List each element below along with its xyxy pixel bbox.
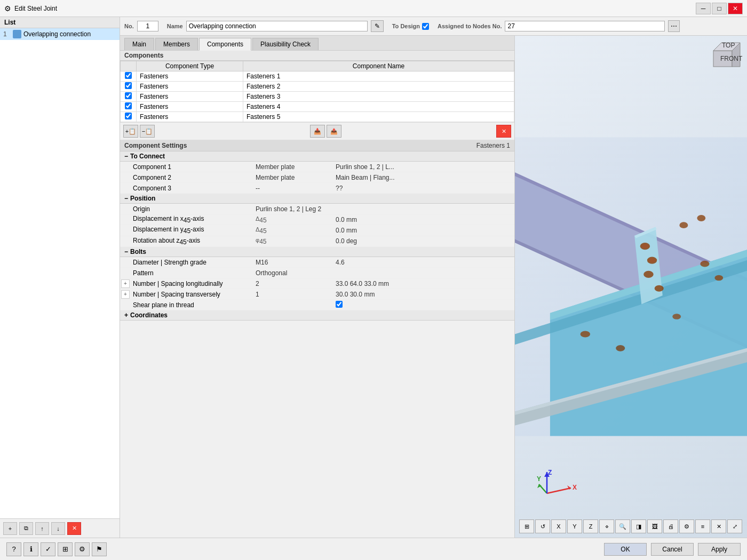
vp-zoom-button[interactable]: 🔍: [615, 519, 630, 533]
delete-component-button[interactable]: ✕: [496, 125, 511, 138]
position-group-header[interactable]: − Position: [120, 194, 514, 204]
row5-checkbox[interactable]: [125, 113, 132, 119]
info-button[interactable]: ℹ: [23, 542, 38, 556]
no-field: No. 1: [124, 21, 158, 31]
tab-members[interactable]: Members: [155, 38, 198, 50]
coordinates-group-header[interactable]: + Coordinates: [120, 310, 514, 321]
rot-z-symbol: φ45: [253, 237, 333, 245]
delete-item-button[interactable]: ✕: [67, 522, 81, 535]
list-item[interactable]: 1 Overlapping connection: [0, 28, 120, 40]
bottom-left-buttons: ? ℹ ✓ ⊞ ⚙ ⚑: [6, 542, 107, 556]
svg-text:Y: Y: [537, 475, 541, 483]
table-row: Fasteners Fasteners 2: [121, 82, 514, 92]
add-item-button[interactable]: +: [3, 522, 17, 535]
bolts-group-header[interactable]: − Bolts: [120, 247, 514, 257]
to-connect-group-header[interactable]: − To Connect: [120, 151, 514, 162]
row4-name: Fasteners 4: [243, 102, 514, 112]
vp-frame-button[interactable]: ⊞: [519, 519, 534, 533]
svg-point-12: [648, 258, 655, 262]
name-edit-button[interactable]: ✎: [371, 20, 384, 32]
bolts-label: Bolts: [130, 248, 146, 255]
table-row: Fasteners Fasteners 1: [121, 71, 514, 82]
add-component-button[interactable]: +📋: [123, 125, 138, 138]
maximize-button[interactable]: □: [712, 3, 727, 14]
shear-plane-row: Shear plane in thread: [120, 300, 514, 310]
pattern-val1: Orthogonal: [253, 269, 333, 277]
tab-plausibility[interactable]: Plausibility Check: [252, 38, 319, 50]
nav-cube[interactable]: FRONT TOP: [711, 40, 743, 72]
ok-button[interactable]: OK: [604, 543, 647, 556]
name-input[interactable]: [186, 21, 368, 31]
3d-scene: [515, 36, 747, 538]
settings2-button[interactable]: ⚙: [75, 542, 90, 556]
move-up-button[interactable]: ↑: [35, 522, 49, 535]
row4-checkbox[interactable]: [125, 102, 132, 109]
components-table: Component Type Component Name Fasteners …: [120, 61, 514, 122]
check-button[interactable]: ✓: [41, 542, 55, 556]
table-row: Fasteners Fasteners 3: [121, 92, 514, 102]
svg-text:TOP: TOP: [722, 42, 735, 49]
view-button[interactable]: ⊞: [58, 542, 73, 556]
current-component-label: Fasteners 1: [476, 142, 510, 149]
apply-button[interactable]: Apply: [698, 543, 741, 556]
vp-x-axis-button[interactable]: X: [551, 519, 566, 533]
row2-name: Fasteners 2: [243, 82, 514, 92]
spacing-long-val2: 33.0 64.0 33.0 mm: [333, 280, 514, 287]
row1-checkbox[interactable]: [125, 72, 132, 79]
import-button[interactable]: 📥: [310, 125, 325, 138]
row2-checkbox[interactable]: [125, 82, 132, 89]
svg-point-15: [679, 222, 688, 228]
vp-layers-button[interactable]: ≡: [695, 519, 710, 533]
component1-val1: Member plate: [253, 163, 333, 171]
row2-type: Fasteners: [137, 82, 243, 92]
no-input[interactable]: 1: [137, 21, 158, 31]
spacing-trans-val1: 1: [253, 291, 333, 298]
svg-point-16: [697, 215, 705, 221]
tab-components[interactable]: Components: [199, 38, 251, 51]
disp-x-symbol: Δ45: [253, 215, 333, 224]
list-item-num: 1: [3, 30, 11, 38]
svg-text:Z: Z: [548, 469, 552, 476]
close-button[interactable]: ✕: [728, 3, 743, 14]
form-row: No. 1 Name ✎ To Design Assigned to Nodes…: [120, 17, 747, 36]
row4-checkbox-cell: [121, 102, 137, 112]
vp-display-button[interactable]: ◨: [631, 519, 646, 533]
vp-z-axis-button[interactable]: Z: [583, 519, 598, 533]
component1-row: Component 1 Member plate Purlin shoe 1, …: [120, 162, 514, 172]
shear-plane-checkbox[interactable]: [336, 301, 343, 308]
axes-svg: X Y Z: [536, 469, 579, 507]
settings-header: Component Settings Fasteners 1: [120, 140, 514, 151]
svg-text:FRONT: FRONT: [720, 55, 743, 62]
spacing-long-expand[interactable]: +: [121, 279, 130, 288]
axes-indicator: X Y Z: [536, 469, 579, 508]
bolts-collapse-icon: −: [124, 248, 128, 255]
minimize-button[interactable]: ─: [696, 3, 711, 14]
vp-render-button[interactable]: 🖼: [647, 519, 662, 533]
move-down-button[interactable]: ↓: [51, 522, 65, 535]
spacing-trans-expand[interactable]: +: [121, 290, 130, 299]
vp-settings-button[interactable]: ⚙: [679, 519, 694, 533]
nodes-input[interactable]: [505, 21, 665, 31]
nav-cube-svg: FRONT TOP: [711, 40, 743, 72]
disp-x-val: 0.0 mm: [333, 216, 514, 223]
title-bar: ⚙ Edit Steel Joint ─ □ ✕: [0, 0, 747, 17]
vp-expand-button[interactable]: ⤢: [727, 519, 742, 533]
help-button[interactable]: ?: [6, 542, 21, 556]
vp-orbit-button[interactable]: ↺: [535, 519, 550, 533]
nodes-edit-button[interactable]: ⋯: [668, 20, 680, 32]
vp-print-button[interactable]: 🖨: [663, 519, 678, 533]
flag-button[interactable]: ⚑: [92, 542, 107, 556]
tab-main[interactable]: Main: [124, 38, 154, 50]
to-design-checkbox[interactable]: [422, 23, 429, 30]
cancel-button[interactable]: Cancel: [651, 543, 694, 556]
vp-y-axis-button[interactable]: Y: [567, 519, 582, 533]
copy-item-button[interactable]: ⧉: [19, 522, 33, 535]
settings-title: Component Settings: [124, 142, 187, 149]
remove-component-button[interactable]: −📋: [140, 125, 155, 138]
assigned-nodes-field: Assigned to Nodes No. ⋯: [438, 20, 680, 32]
export-button[interactable]: 📤: [327, 125, 341, 138]
svg-point-13: [643, 271, 653, 278]
vp-cancel-view-button[interactable]: ✕: [711, 519, 726, 533]
row3-checkbox[interactable]: [125, 92, 132, 99]
vp-isometric-button[interactable]: ⋄: [599, 519, 614, 533]
